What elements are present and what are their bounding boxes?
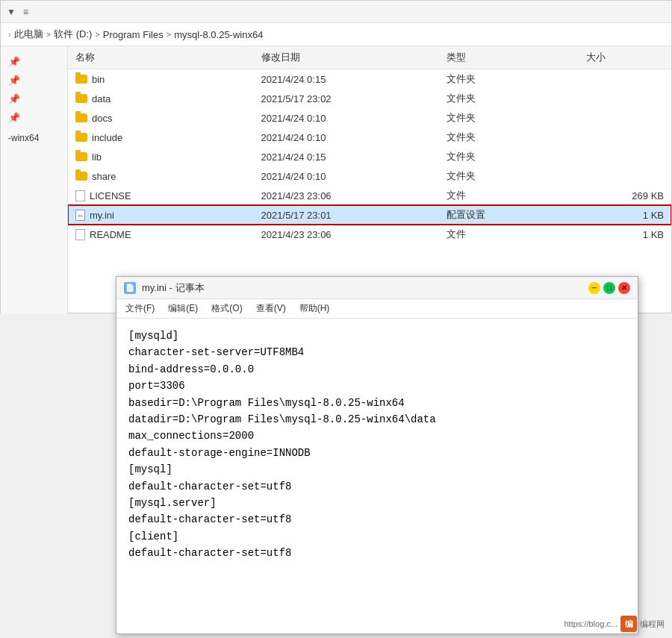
file-name-text: data [92,93,111,104]
watermark-url: https://blog.c... [564,619,617,628]
table-row[interactable]: lib 2021/4/24 0:15 文件夹 [68,147,671,166]
cell-size [579,166,671,186]
watermark: https://blog.c... 编 编程网 [564,616,665,632]
cell-type: 文件夹 [439,166,578,186]
cell-type: 文件夹 [439,69,578,90]
cell-date: 2021/4/24 0:15 [254,147,440,166]
breadcrumb-sep-3: > [167,30,171,39]
notepad-win-buttons: ─ □ ✕ [588,282,630,294]
notepad-title-icon: 📄 [124,282,136,294]
explorer-body: 📌 📌 📌 📌 -winx64 名称 修改日期 类型 [1,46,671,313]
cell-type: 文件 [439,186,578,205]
breadcrumb-sep-1: > [46,30,51,39]
watermark-site-label: 编程网 [640,619,665,630]
breadcrumb-sep-2: > [95,30,99,39]
breadcrumb-arrow: › [8,30,11,39]
file-name-text: LICENSE [90,190,131,201]
toolbar-label: ▼ ≡ [7,7,28,17]
minimize-button[interactable]: ─ [588,282,600,294]
menu-edit[interactable]: 编辑(E) [162,301,204,316]
cell-size [579,89,671,108]
pin-icon-3: 📌 [8,93,20,104]
table-row[interactable]: include 2021/4/24 0:10 文件夹 [68,128,671,147]
file-explorer: ▼ ≡ › 此电脑 > 软件 (D:) > Program Files > my… [0,0,672,313]
sidebar-pin-2[interactable]: 📌 [1,71,67,90]
file-name-text: include [92,132,122,143]
table-row[interactable]: data 2021/5/17 23:02 文件夹 [68,89,671,108]
table-row[interactable]: ini my.ini 2021/5/17 23:01 配置设置 1 KB [68,205,671,225]
cell-name: share [68,166,254,186]
breadcrumb-mysql[interactable]: mysql-8.0.25-winx64 [174,29,263,40]
cell-date: 2021/4/24 0:10 [254,166,440,186]
cell-name: docs [68,108,254,128]
cell-size [579,108,671,128]
notepad-window: 📄 my.ini - 记事本 ─ □ ✕ 文件(F) 编辑(E) 格式(O) 查… [116,276,638,634]
pin-icon-4: 📌 [8,112,20,123]
cell-date: 2021/5/17 23:02 [254,89,440,108]
cell-name: data [68,89,254,108]
notepad-content[interactable]: [mysqld] character-set-server=UTF8MB4 bi… [116,319,638,634]
breadcrumb: › 此电脑 > 软件 (D:) > Program Files > mysql-… [1,23,671,46]
table-header-row: 名称 修改日期 类型 大小 [68,46,671,69]
file-name-text: share [92,171,116,182]
cell-date: 2021/4/24 0:10 [254,128,440,147]
cell-date: 2021/4/23 23:06 [254,225,440,244]
menu-help[interactable]: 帮助(H) [293,301,336,316]
table-row[interactable]: README 2021/4/23 23:06 文件 1 KB [68,225,671,244]
pin-icon-1: 📌 [8,56,20,67]
cell-size: 269 KB [579,186,671,205]
cell-type: 文件夹 [439,147,578,166]
table-row[interactable]: docs 2021/4/24 0:10 文件夹 [68,108,671,128]
cell-size [579,69,671,90]
file-name-text: bin [92,74,105,85]
cell-size [579,128,671,147]
cell-name: lib [68,147,254,166]
file-name-text: lib [92,151,102,163]
explorer-sidebar: 📌 📌 📌 📌 -winx64 [1,46,68,313]
notepad-titlebar: 📄 my.ini - 记事本 ─ □ ✕ [116,277,638,299]
menu-file[interactable]: 文件(F) [119,301,161,316]
main-panel: 名称 修改日期 类型 大小 bin 2021/4/24 0:15 文件夹 dat [68,46,671,313]
col-header-name[interactable]: 名称 [68,46,254,69]
sidebar-pin-4[interactable]: 📌 [1,108,67,127]
cell-size [579,147,671,166]
cell-size: 1 KB [579,205,671,225]
table-row[interactable]: bin 2021/4/24 0:15 文件夹 [68,69,671,90]
pin-icon-2: 📌 [8,75,20,86]
cell-name: include [68,128,254,147]
file-name-text: docs [92,113,112,124]
close-button[interactable]: ✕ [618,282,630,294]
table-row[interactable]: share 2021/4/24 0:10 文件夹 [68,166,671,186]
cell-type: 配置设置 [439,205,578,225]
file-name-text: my.ini [90,210,114,221]
cell-date: 2021/4/24 0:10 [254,108,440,128]
notepad-icon-symbol: 📄 [125,284,134,292]
cell-date: 2021/4/24 0:15 [254,69,440,90]
sidebar-pin-1[interactable]: 📌 [1,52,67,71]
file-table: 名称 修改日期 类型 大小 bin 2021/4/24 0:15 文件夹 dat [68,46,671,244]
col-header-date[interactable]: 修改日期 [254,46,440,69]
breadcrumb-drive[interactable]: 软件 (D:) [54,28,92,41]
cell-size: 1 KB [579,225,671,244]
cell-type: 文件 [439,225,578,244]
cell-name: bin [68,69,254,90]
file-name-text: README [90,229,131,240]
table-row[interactable]: LICENSE 2021/4/23 23:06 文件 269 KB [68,186,671,205]
file-list: bin 2021/4/24 0:15 文件夹 data 2021/5/17 23… [68,69,671,245]
notepad-menubar: 文件(F) 编辑(E) 格式(O) 查看(V) 帮助(H) [116,299,638,319]
col-header-type[interactable]: 类型 [439,46,578,69]
sidebar-pin-3[interactable]: 📌 [1,90,67,108]
notepad-title-text: my.ini - 记事本 [142,281,588,295]
maximize-button[interactable]: □ [603,282,615,294]
cell-name: ini my.ini [68,205,254,225]
breadcrumb-programfiles[interactable]: Program Files [103,29,164,40]
cell-date: 2021/5/17 23:01 [254,205,440,225]
col-header-size[interactable]: 大小 [579,46,671,69]
menu-format[interactable]: 格式(O) [205,301,248,316]
cell-name: LICENSE [68,186,254,205]
breadcrumb-computer[interactable]: 此电脑 [14,28,43,41]
watermark-logo-text: 编 [625,619,633,630]
cell-type: 文件夹 [439,108,578,128]
menu-view[interactable]: 查看(V) [250,301,292,316]
cell-type: 文件夹 [439,128,578,147]
